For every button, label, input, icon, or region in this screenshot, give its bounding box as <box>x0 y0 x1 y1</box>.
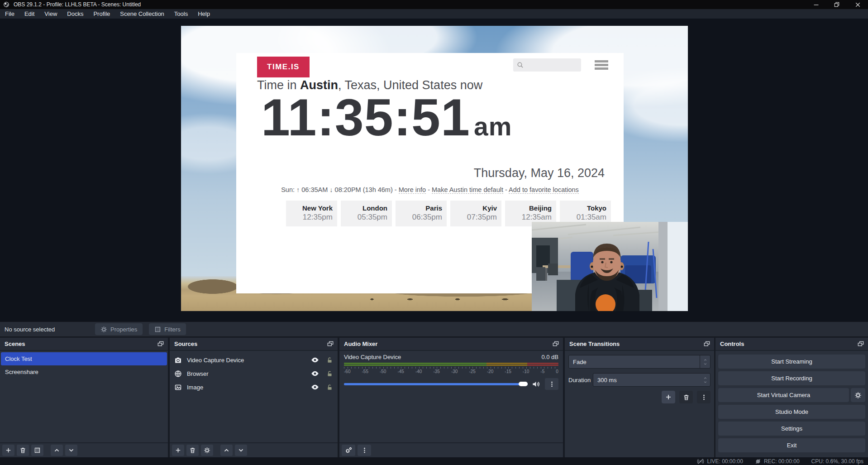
filters-button[interactable]: Filters <box>149 323 186 335</box>
source-list: Video Capture Device Browser Image <box>170 351 338 394</box>
duration-spinner-arrows[interactable] <box>700 376 710 384</box>
city-box: New York12:35pm <box>286 201 337 226</box>
add-favorite-link: Add to favorite locations <box>509 186 579 194</box>
program-canvas[interactable]: TIME.IS Time in Austin, Texas, United St… <box>181 26 688 311</box>
remove-transition-button[interactable] <box>679 391 693 403</box>
chevron-down-icon <box>703 362 708 366</box>
popout-icon[interactable] <box>552 340 559 348</box>
selection-status: No source selected <box>5 326 95 333</box>
chevron-down-icon <box>703 380 708 384</box>
duration-input[interactable]: 300 ms <box>593 373 711 387</box>
mixer-channel: Video Capture Device 0.0 dB -60-55-50-45… <box>339 351 563 390</box>
desert-scrub <box>353 297 543 301</box>
menu-help[interactable]: Help <box>193 9 215 19</box>
start-recording-button[interactable]: Start Recording <box>718 371 865 385</box>
scene-filters-button[interactable] <box>31 445 43 456</box>
vu-meter-left <box>344 363 558 364</box>
scene-item-screenshare[interactable]: Screenshare <box>1 365 167 379</box>
close-button[interactable] <box>847 0 868 9</box>
menu-file[interactable]: File <box>0 9 19 19</box>
controls-header: Controls <box>715 338 868 351</box>
advanced-audio-button[interactable] <box>342 445 355 456</box>
settings-button[interactable]: Settings <box>718 422 865 436</box>
source-row-image[interactable]: Image <box>170 380 338 394</box>
start-virtual-camera-button[interactable]: Start Virtual Camera <box>718 388 849 402</box>
sources-toolbar <box>170 442 338 457</box>
sources-panel: Sources Video Capture Device Browser Ima… <box>170 338 338 457</box>
window-controls <box>806 0 868 9</box>
menu-bar: File Edit View Docks Profile Scene Colle… <box>0 9 868 19</box>
menu-profile[interactable]: Profile <box>88 9 115 19</box>
eye-icon[interactable] <box>311 369 319 378</box>
chevron-up-icon <box>703 358 708 362</box>
lock-icon[interactable] <box>326 384 333 391</box>
popout-icon[interactable] <box>157 340 164 348</box>
start-streaming-button[interactable]: Start Streaming <box>718 355 865 369</box>
scenes-header: Scenes <box>0 338 168 351</box>
scene-transitions-panel: Scene Transitions Fade Duration 300 ms <box>565 338 714 457</box>
add-scene-button[interactable] <box>2 445 14 456</box>
move-source-down-button[interactable] <box>235 445 247 456</box>
popout-icon[interactable] <box>703 340 711 348</box>
volume-slider-handle[interactable] <box>519 382 528 386</box>
move-source-up-button[interactable] <box>220 445 233 456</box>
rec-status: REC: 00:00:00 <box>755 458 800 465</box>
source-row-browser[interactable]: Browser <box>170 367 338 380</box>
gear-icon <box>204 447 210 454</box>
globe-icon <box>174 370 182 378</box>
virtual-camera-settings-button[interactable] <box>851 388 865 402</box>
mixer-toolbar <box>339 442 563 457</box>
exit-button[interactable]: Exit <box>718 438 865 452</box>
popout-icon[interactable] <box>857 340 864 348</box>
menu-view[interactable]: View <box>39 9 62 19</box>
speaker-icon[interactable] <box>532 380 540 388</box>
remove-scene-button[interactable] <box>17 445 29 456</box>
minimize-button[interactable] <box>806 0 826 9</box>
transitions-title: Scene Transitions <box>569 340 620 347</box>
popout-icon[interactable] <box>327 340 334 348</box>
record-inactive-icon <box>755 458 761 465</box>
volume-slider[interactable] <box>344 383 528 385</box>
properties-button[interactable]: Properties <box>95 323 143 335</box>
source-properties-button[interactable] <box>201 445 213 456</box>
chevron-up-icon <box>703 376 708 380</box>
transition-select[interactable]: Fade <box>568 355 711 369</box>
add-source-button[interactable] <box>172 445 184 456</box>
source-row-video-capture[interactable]: Video Capture Device <box>170 353 338 367</box>
image-icon <box>174 384 182 391</box>
scenes-panel: Scenes Clock Test Screenshare <box>0 338 168 457</box>
eye-icon[interactable] <box>311 383 319 391</box>
add-transition-button[interactable] <box>662 391 675 403</box>
menu-tools[interactable]: Tools <box>169 9 193 19</box>
menu-scene-collection[interactable]: Scene Collection <box>115 9 169 19</box>
controls-title: Controls <box>720 340 744 347</box>
webcam-overlay <box>532 222 688 311</box>
plus-icon <box>5 447 12 454</box>
transition-menu-button[interactable] <box>697 391 711 403</box>
transitions-header: Scene Transitions <box>565 338 714 351</box>
double-gear-icon <box>345 446 353 454</box>
webcam-video <box>532 222 688 311</box>
move-scene-up-button[interactable] <box>51 445 63 456</box>
city-box: Paris06:35pm <box>396 201 447 226</box>
move-scene-down-button[interactable] <box>65 445 77 456</box>
lock-icon[interactable] <box>326 370 333 377</box>
search-icon <box>516 61 524 69</box>
mixer-menu-button[interactable] <box>358 445 371 456</box>
preview-area: TIME.IS Time in Austin, Texas, United St… <box>0 19 868 321</box>
stream-inactive-icon <box>697 458 704 465</box>
mixer-channel-menu-button[interactable] <box>545 378 558 390</box>
vu-meter-right <box>344 364 558 366</box>
restore-button[interactable] <box>826 0 847 9</box>
remove-source-button[interactable] <box>186 445 199 456</box>
menu-edit[interactable]: Edit <box>19 9 39 19</box>
scene-item-clock-test[interactable]: Clock Test <box>1 352 167 365</box>
lock-icon[interactable] <box>326 357 333 364</box>
trash-icon <box>19 447 26 454</box>
status-bar: LIVE: 00:00:00 REC: 00:00:00 CPU: 0.6%, … <box>0 457 868 465</box>
studio-mode-button[interactable]: Studio Mode <box>718 405 865 419</box>
menu-docks[interactable]: Docks <box>62 9 88 19</box>
transition-select-arrows[interactable] <box>700 358 710 366</box>
eye-icon[interactable] <box>311 356 319 364</box>
audio-mixer-header: Audio Mixer <box>339 338 563 351</box>
